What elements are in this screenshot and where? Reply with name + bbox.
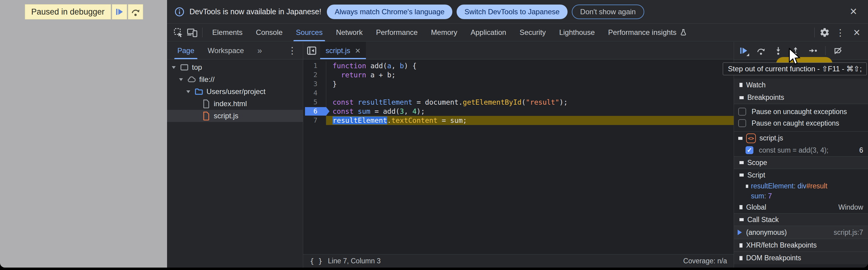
tree-item-index-html[interactable]: index.html <box>167 98 303 110</box>
tab-close-icon[interactable]: × <box>355 46 361 56</box>
inspect-element-icon[interactable] <box>171 26 185 39</box>
devtools-window: DevTools is now available in Japanese! A… <box>167 0 868 268</box>
hide-navigator-icon[interactable] <box>303 45 320 56</box>
code-token: return <box>341 71 366 79</box>
editor-tab-script-js[interactable]: script.js × <box>320 42 366 59</box>
tab-performance[interactable]: Performance <box>369 24 424 41</box>
toggle-device-toolbar-icon[interactable] <box>185 26 199 39</box>
editor-pane: script.js × 1function add(a, b) {2 retur… <box>303 42 734 268</box>
scope-section-header[interactable]: Scope <box>734 156 868 169</box>
tab-performance-insights[interactable]: Performance insights <box>601 24 694 41</box>
expander-down-icon[interactable] <box>172 66 176 69</box>
paused-in-debugger-banner: Paused in debugger <box>25 4 143 20</box>
pause-caught-label: Pause on caught exceptions <box>751 119 839 127</box>
pretty-print-icon[interactable]: { } <box>310 257 322 265</box>
code-token: textContent <box>392 117 437 124</box>
scope-script-group[interactable]: Script <box>734 169 868 181</box>
resume-script-execution-button[interactable] <box>739 46 748 56</box>
code-token: , <box>392 62 400 70</box>
code-token: add( <box>366 62 387 70</box>
breakpoint-checkbox[interactable]: ✓ <box>745 146 753 154</box>
line-number-gutter[interactable]: 2 <box>303 70 326 80</box>
dom-breakpoints-section-header[interactable]: DOM Breakpoints <box>734 251 868 264</box>
tree-item-file-[interactable]: file:// <box>167 73 303 86</box>
code-line-1[interactable]: 1function add(a, b) { <box>303 61 734 70</box>
expander-down-icon[interactable] <box>179 78 183 81</box>
tab-console[interactable]: Console <box>249 24 289 41</box>
code-line-6[interactable]: 6const sum = add(3, 4); <box>303 107 734 116</box>
tab-lighthouse[interactable]: Lighthouse <box>552 24 601 41</box>
tab-memory[interactable]: Memory <box>425 24 464 41</box>
tab-security[interactable]: Security <box>513 24 553 41</box>
switch-devtools-to-japanese-button[interactable]: Switch DevTools to Japanese <box>457 5 567 19</box>
breakpoint-entry[interactable]: ✓ const sum = add(3, 4); 6 <box>734 144 868 156</box>
navigator-tabs: PageWorkspace » ⋮ <box>167 42 303 59</box>
pause-uncaught-checkbox[interactable] <box>738 108 746 116</box>
chevron-right-icon <box>740 243 743 247</box>
line-number-gutter[interactable]: 1 <box>303 61 326 70</box>
selected-text: resultElement <box>333 117 387 124</box>
more-tabs-chevrons[interactable]: » <box>257 46 262 56</box>
navigator-kebab-icon[interactable]: ⋮ <box>283 45 301 56</box>
line-number-gutter[interactable]: 4 <box>303 89 326 98</box>
devtools-close-icon[interactable]: × <box>849 26 864 39</box>
step-over-banner-button[interactable] <box>128 4 143 20</box>
watch-section-header[interactable]: Watch <box>734 79 868 91</box>
scope-global-group[interactable]: Global Window <box>734 201 868 213</box>
step-over-icon <box>131 7 141 17</box>
code-editor[interactable]: 1function add(a, b) {2 return a + b;3}45… <box>303 59 734 254</box>
file-icon <box>201 99 211 109</box>
tab-elements[interactable]: Elements <box>206 24 249 41</box>
scope-variable-resultelement[interactable]: resultElement: div#result <box>734 181 868 191</box>
code-line-7[interactable]: 7resultElement.textContent = sum; <box>303 116 734 125</box>
line-number-gutter[interactable]: 5 <box>303 98 326 107</box>
frame-icon <box>179 63 189 72</box>
scope-variable-sum[interactable]: sum: 7 <box>734 191 868 201</box>
resume-script-button[interactable] <box>112 4 127 20</box>
tab-application[interactable]: Application <box>464 24 513 41</box>
breakpoint-file-group[interactable]: <> script.js <box>734 131 868 144</box>
code-token: const <box>333 98 353 106</box>
line-number-gutter[interactable]: 3 <box>303 80 326 89</box>
code-token: ) { <box>404 62 416 70</box>
step-button[interactable] <box>808 46 818 56</box>
tree-item-top[interactable]: top <box>167 61 303 73</box>
toolbar-right-actions: ⋮ × <box>811 24 864 41</box>
tree-item-script-js[interactable]: script.js <box>167 110 303 122</box>
step-into-button[interactable] <box>773 46 783 56</box>
code-token: function <box>333 62 366 70</box>
code-line-2[interactable]: 2 return a + b; <box>303 70 734 80</box>
tab-label: Security <box>520 28 546 37</box>
more-options-kebab-icon[interactable]: ⋮ <box>832 27 849 38</box>
navigator-tab-workspace[interactable]: Workspace <box>208 42 244 59</box>
line-number: 3 <box>313 80 317 88</box>
code-line-5[interactable]: 5const resultElement = document.getEleme… <box>303 98 734 107</box>
navigator-tab-page[interactable]: Page <box>177 42 194 59</box>
call-stack-section-header[interactable]: Call Stack <box>734 213 868 226</box>
step-over-button[interactable] <box>756 46 766 56</box>
always-match-chrome-s-language-button[interactable]: Always match Chrome's language <box>327 5 452 19</box>
code-line-3[interactable]: 3} <box>303 80 734 89</box>
tab-sources[interactable]: Sources <box>289 24 329 41</box>
code-line-4[interactable]: 4 <box>303 89 734 98</box>
breakpoint-marker-gutter[interactable]: 6 <box>303 107 326 116</box>
deactivate-breakpoints-button[interactable] <box>833 46 843 56</box>
code-token: 3 <box>400 108 404 115</box>
settings-gear-icon[interactable] <box>818 26 832 39</box>
tab-label: Console <box>256 28 283 37</box>
tab-network[interactable]: Network <box>329 24 369 41</box>
breakpoints-section-header[interactable]: Breakpoints <box>734 91 868 104</box>
call-stack-frame[interactable]: (anonymous)script.js:7 <box>734 226 868 239</box>
xhr-breakpoints-section-header[interactable]: XHR/fetch Breakpoints <box>734 239 868 251</box>
xhr-breakpoints-label: XHR/fetch Breakpoints <box>746 241 817 249</box>
line-number-gutter[interactable]: 7 <box>303 116 326 125</box>
expander-down-icon[interactable] <box>186 90 190 93</box>
pause-caught-checkbox[interactable] <box>738 119 746 127</box>
chevron-right-icon[interactable] <box>746 184 748 188</box>
folder-icon <box>194 87 204 96</box>
tree-item-users-user-project[interactable]: Users/user/project <box>167 86 303 98</box>
code-token: getElementById <box>463 98 522 106</box>
don-t-show-again-button[interactable]: Don't show again <box>572 5 644 19</box>
code-token <box>333 71 341 79</box>
infobar-close-icon[interactable]: × <box>847 5 860 18</box>
